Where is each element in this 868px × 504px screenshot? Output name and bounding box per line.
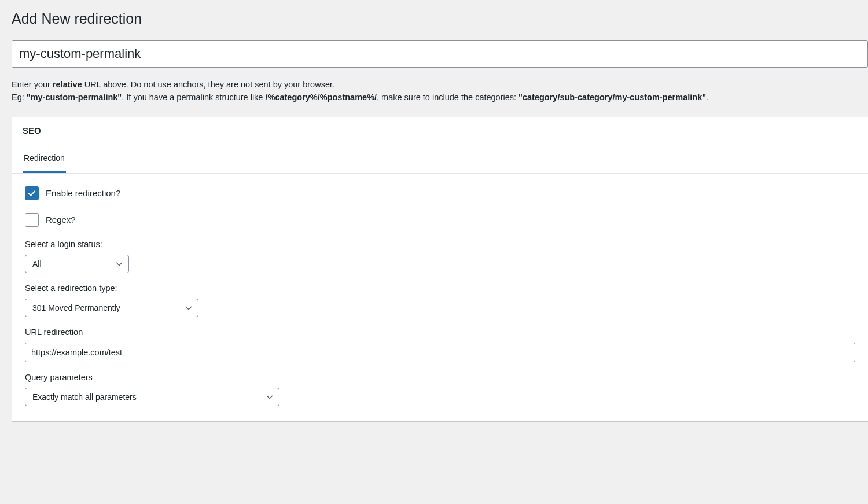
regex-row: Regex? (25, 213, 855, 227)
hint-example1: "my-custom-permalink" (27, 93, 122, 102)
login-status-label: Select a login status: (25, 240, 855, 249)
url-redirection-input[interactable] (25, 343, 855, 362)
query-params-label: Query parameters (25, 373, 855, 382)
page-title: Add New redirection (12, 10, 868, 27)
hint-text: Enter your relative URL above. Do not us… (12, 78, 868, 104)
hint-middle2: , make sure to include the categories: (377, 93, 518, 102)
url-redirection-label: URL redirection (25, 328, 855, 337)
tab-redirection[interactable]: Redirection (23, 144, 66, 173)
query-params-select[interactable]: Exactly match all parameters (25, 388, 279, 406)
hint-middle1: . If you have a permalink structure like (122, 93, 265, 102)
regex-checkbox[interactable] (25, 213, 39, 227)
redirection-type-field: Select a redirection type: 301 Moved Per… (25, 284, 855, 317)
hint-relative: relative (53, 80, 82, 89)
url-redirection-field: URL redirection (25, 328, 855, 362)
check-icon (27, 189, 36, 198)
hint-example2: "category/sub-category/my-custom-permali… (518, 93, 706, 102)
redirection-type-select[interactable]: 301 Moved Permanently (25, 299, 198, 317)
hint-pattern: /%category%/%postname%/ (265, 93, 377, 102)
panel-body: Enable redirection? Regex? Select a logi… (12, 174, 868, 421)
login-status-field: Select a login status: All (25, 240, 855, 273)
panel-header[interactable]: SEO (12, 117, 868, 144)
enable-redirection-row: Enable redirection? (25, 186, 855, 200)
regex-label: Regex? (46, 215, 76, 225)
hint-line2-prefix: Eg: (12, 93, 27, 102)
enable-redirection-label: Enable redirection? (46, 188, 120, 198)
seo-panel: SEO Redirection Enable redirection? Rege… (12, 117, 868, 422)
hint-prefix: Enter your (12, 80, 53, 89)
panel-tabs: Redirection (12, 144, 868, 174)
redirection-source-input[interactable] (12, 40, 868, 68)
hint-after-relative: URL above. Do not use anchors, they are … (82, 80, 334, 89)
enable-redirection-checkbox[interactable] (25, 186, 39, 200)
hint-suffix: . (706, 93, 708, 102)
redirection-type-label: Select a redirection type: (25, 284, 855, 293)
query-params-field: Query parameters Exactly match all param… (25, 373, 855, 406)
login-status-select[interactable]: All (25, 255, 129, 273)
